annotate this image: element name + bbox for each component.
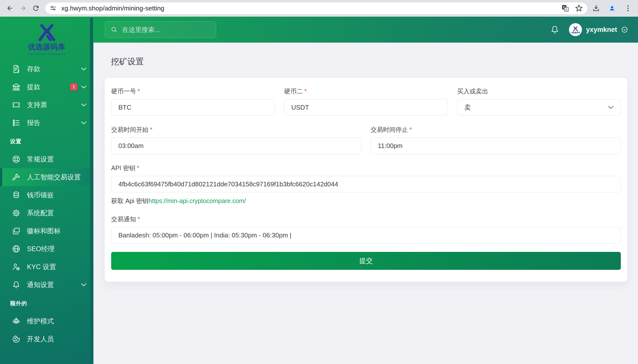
buy-sell-select[interactable]: 卖	[457, 99, 621, 116]
sidebar-scrollbar[interactable]	[90, 18, 93, 362]
sidebar-item-system-config[interactable]: 系统配置	[0, 204, 94, 222]
download-icon	[592, 4, 600, 12]
coins-icon	[12, 190, 21, 200]
coin-two-label: 硬币二*	[284, 87, 448, 96]
sidebar-item-label: 系统配置	[27, 208, 54, 218]
sidebar-nav: $ 存款 提款 !	[0, 60, 94, 348]
menu-button[interactable]	[622, 2, 634, 15]
sidebar-item-support-ticket[interactable]: 支持票	[0, 96, 94, 114]
avatar-logo-icon	[572, 26, 579, 32]
trade-stop-input[interactable]	[370, 138, 621, 154]
sidebar-item-notification-settings[interactable]: 通知设置	[0, 276, 94, 294]
coin-one-label: 硬币一号*	[111, 87, 275, 96]
sidebar-item-coin-embed[interactable]: 钱币镶嵌	[0, 186, 94, 204]
file-invoice-dollar-icon: $	[12, 64, 21, 74]
sidebar-item-label: 开发人员	[27, 334, 54, 344]
user-check-icon	[12, 262, 21, 272]
sidebar-item-logo-icons[interactable]: 徽标和图标	[0, 222, 94, 240]
brand-title: 优选源码库	[28, 42, 66, 52]
required-asterisk: *	[138, 216, 140, 222]
sidebar-item-report[interactable]: 报告	[0, 114, 94, 132]
sidebar-item-label: KYC 设置	[27, 262, 56, 271]
trade-notice-label: 交易通知*	[111, 215, 621, 223]
api-key-helper: 获取 Api 密钥https://min-api.cryptocompare.c…	[111, 197, 621, 205]
site-info-icon[interactable]	[49, 4, 57, 12]
topbar: 优选源码库 yxymknet	[94, 17, 638, 42]
required-asterisk: *	[410, 126, 412, 133]
globe-icon	[12, 244, 21, 254]
trade-notice-field: 交易通知*	[111, 215, 621, 244]
coin-one-input[interactable]	[111, 99, 275, 116]
user-avatar[interactable]: 优选源码库	[569, 23, 582, 36]
sidebar-item-label: SEO经理	[27, 244, 54, 254]
url-text[interactable]: xg.hwym.shop/admin/mining-setting	[61, 4, 561, 12]
back-button[interactable]	[4, 2, 16, 15]
forward-button[interactable]	[16, 2, 30, 15]
sidebar-item-deposit[interactable]: $ 存款	[0, 60, 94, 78]
user-menu-chevron-icon[interactable]	[621, 26, 628, 33]
trade-stop-label: 交易时间停止*	[370, 126, 621, 134]
ticket-icon	[12, 100, 21, 110]
translate-icon[interactable]: G 文	[561, 4, 569, 12]
sidebar-item-developer[interactable]: 开发人员	[0, 330, 94, 348]
content-area: 挖矿设置 硬币一号* 硬币二* 买入或卖出 卖	[94, 42, 638, 364]
api-helper-text: 获取 Api 密钥	[111, 197, 148, 204]
api-key-input[interactable]	[111, 176, 621, 192]
trade-stop-field: 交易时间停止*	[370, 126, 621, 154]
svg-text:$: $	[18, 70, 19, 73]
avatar-logo-text: 优选源码库	[571, 32, 580, 34]
profile-button[interactable]	[606, 2, 618, 15]
trade-start-label: 交易时间开始*	[111, 126, 361, 134]
sidebar: 优选源码库 YOUXUANYUANMAKU $ 存款	[0, 17, 94, 364]
trade-notice-input[interactable]	[111, 227, 621, 244]
sidebar-item-ai-trade-settings[interactable]: 人工智能交易设置	[0, 168, 94, 186]
api-key-field: API 密钥* 获取 Api 密钥https://min-api.cryptoc…	[111, 164, 621, 205]
sidebar-item-seo-manager[interactable]: SEO经理	[0, 240, 94, 258]
reload-button[interactable]	[30, 2, 42, 15]
sidebar-item-label: 存款	[27, 64, 40, 74]
required-asterisk: *	[138, 88, 140, 95]
gear-icon	[12, 208, 21, 218]
username-label[interactable]: yxymknet	[586, 26, 617, 34]
buy-sell-value: 卖	[464, 103, 471, 112]
api-helper-link[interactable]: https://min-api.cryptocompare.com/	[148, 197, 246, 204]
notifications-bell-icon[interactable]	[550, 25, 559, 34]
submit-button[interactable]: 提交	[111, 252, 621, 270]
download-button[interactable]	[590, 2, 602, 15]
page-title: 挖矿设置	[111, 56, 638, 67]
sidebar-item-label: 通知设置	[27, 280, 54, 289]
sidebar-item-maintenance-mode[interactable]: 维护模式	[0, 312, 94, 330]
svg-text:文: 文	[565, 8, 568, 11]
buy-sell-label: 买入或卖出	[457, 87, 621, 96]
cookie-icon	[12, 334, 21, 344]
required-asterisk: *	[137, 164, 139, 172]
sidebar-item-general-settings[interactable]: 常规设置	[0, 150, 94, 168]
sidebar-item-withdrawal[interactable]: 提款 !	[0, 78, 94, 96]
topbar-search[interactable]	[105, 22, 216, 38]
list-icon	[12, 118, 21, 128]
kebab-menu-icon	[624, 4, 632, 12]
sidebar-item-label: 提款	[27, 82, 40, 92]
required-asterisk: *	[304, 88, 307, 95]
bell-icon	[12, 280, 21, 290]
coin-two-input[interactable]	[284, 99, 448, 116]
chevron-down-icon	[81, 85, 86, 89]
sidebar-section-settings: 设置	[0, 132, 94, 150]
address-bar[interactable]: xg.hwym.shop/admin/mining-setting G 文	[45, 2, 587, 14]
sidebar-item-label: 徽标和图标	[27, 226, 60, 236]
coin-two-field: 硬币二*	[284, 87, 448, 116]
bookmark-star-icon[interactable]	[575, 4, 583, 12]
sidebar-item-kyc-settings[interactable]: KYC 设置	[0, 258, 94, 276]
search-input[interactable]	[122, 26, 210, 34]
chevron-down-icon	[81, 283, 86, 286]
trade-start-input[interactable]	[111, 138, 361, 154]
robot-icon	[12, 316, 21, 326]
chrome-actions	[590, 2, 634, 15]
chevron-down-icon	[81, 103, 86, 107]
brand-subtitle: YOUXUANYUANMAKU	[28, 53, 66, 56]
brand-logo[interactable]: 优选源码库 YOUXUANYUANMAKU	[0, 17, 94, 60]
forward-icon	[19, 4, 27, 12]
coin-one-field: 硬币一号*	[111, 87, 275, 116]
brand-logo-icon	[33, 23, 60, 43]
chevron-down-icon	[81, 67, 86, 71]
